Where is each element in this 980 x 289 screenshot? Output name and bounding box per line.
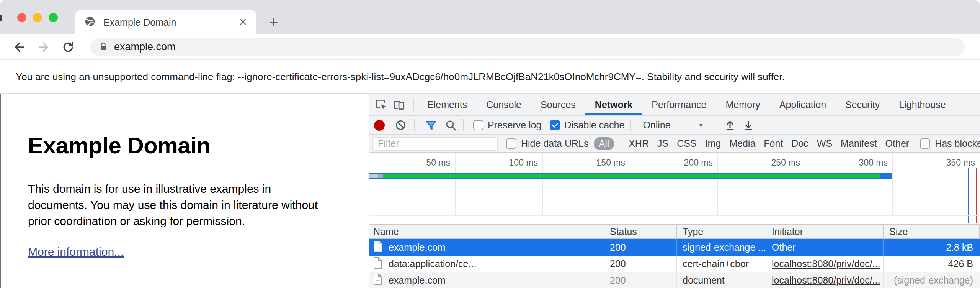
url-text[interactable]: example.com — [114, 41, 176, 53]
network-filter-row: Hide data URLs All XHR JS CSS Img Media … — [369, 135, 980, 153]
network-overview-timeline[interactable]: 50 ms 100 ms 150 ms 200 ms 250 ms 300 ms… — [369, 153, 980, 224]
browser-tab[interactable]: Example Domain ✕ — [75, 10, 256, 34]
close-tab-icon[interactable]: ✕ — [238, 17, 247, 28]
hide-data-urls-checkbox[interactable] — [506, 138, 516, 149]
filter-type-img[interactable]: Img — [705, 138, 721, 149]
lock-icon[interactable] — [98, 41, 109, 53]
column-header-name[interactable]: Name — [369, 225, 604, 238]
close-window-button[interactable] — [17, 13, 26, 22]
filter-type-media[interactable]: Media — [729, 138, 755, 149]
has-blocked-cookies-label[interactable]: Has blocked cookies — [935, 138, 980, 149]
table-row[interactable]: data:application/ce... 200 cert-chain+cb… — [369, 256, 980, 272]
tab-application[interactable]: Application — [770, 94, 836, 115]
page-paragraph: This domain is for use in illustrative e… — [28, 181, 319, 229]
filter-type-manifest[interactable]: Manifest — [841, 138, 877, 149]
requests-table-header: Name Status Type Initiator Size — [369, 224, 980, 239]
has-blocked-cookies-checkbox[interactable] — [920, 138, 930, 149]
filter-type-xhr[interactable]: XHR — [629, 138, 649, 149]
request-initiator: Other — [766, 239, 884, 256]
timeline-gridline — [892, 153, 893, 216]
timeline-gridline — [630, 153, 630, 216]
filter-funnel-icon[interactable] — [425, 119, 437, 131]
timeline-tick-label: 250 ms — [724, 158, 800, 168]
timeline-tick-label: 100 ms — [461, 158, 538, 168]
reload-icon[interactable] — [60, 39, 76, 55]
tab-title: Example Domain — [103, 17, 234, 28]
tab-performance[interactable]: Performance — [642, 94, 716, 115]
request-size: 2.8 kB — [884, 239, 980, 256]
network-toolbar: Preserve log Disable cache Online ▼ — [369, 116, 980, 135]
document-icon — [372, 240, 382, 255]
disable-cache-label[interactable]: Disable cache — [564, 120, 624, 131]
document-text-icon — [372, 273, 382, 288]
timeline-gridline — [542, 153, 543, 216]
toolbar-separator — [463, 119, 464, 131]
toolbar-separator — [414, 119, 415, 131]
export-har-icon[interactable] — [742, 119, 755, 131]
request-type: cert-chain+cbor — [677, 256, 766, 272]
preserve-log-label[interactable]: Preserve log — [488, 120, 541, 131]
timeline-tick-label: 150 ms — [549, 158, 625, 168]
traffic-lights — [17, 13, 58, 22]
filter-all-pill[interactable]: All — [594, 137, 614, 150]
filter-type-ws[interactable]: WS — [817, 138, 832, 149]
window-edge-artifact — [0, 15, 2, 21]
request-type: document — [677, 272, 766, 288]
column-header-initiator[interactable]: Initiator — [766, 225, 884, 238]
filter-type-doc[interactable]: Doc — [791, 138, 808, 149]
table-row[interactable]: example.com 200 document localhost:8080/… — [369, 272, 980, 288]
tab-memory[interactable]: Memory — [716, 94, 769, 115]
favicon-globe-icon — [84, 16, 96, 29]
initiator-link[interactable]: localhost:8080/priv/doc/... — [772, 275, 880, 286]
timeline-tick-label: 350 ms — [898, 158, 975, 168]
minimize-window-button[interactable] — [33, 13, 42, 22]
column-header-size[interactable]: Size — [884, 225, 980, 238]
new-tab-button[interactable]: + — [265, 14, 282, 31]
column-header-status[interactable]: Status — [604, 225, 677, 238]
request-size: 426 B — [884, 256, 980, 272]
toggle-device-toolbar-icon[interactable] — [392, 97, 406, 112]
column-header-type[interactable]: Type — [677, 225, 766, 238]
disable-cache-checkbox[interactable] — [550, 120, 560, 130]
request-status: 200 — [604, 239, 677, 256]
timeline-tick-label: 50 ms — [374, 158, 450, 168]
preserve-log-checkbox[interactable] — [473, 120, 483, 130]
address-bar[interactable]: example.com — [90, 38, 965, 56]
forward-icon[interactable] — [36, 39, 51, 55]
inspect-element-icon[interactable] — [374, 97, 389, 112]
import-har-icon[interactable] — [724, 119, 736, 131]
throttling-caret-icon[interactable]: ▼ — [698, 122, 704, 128]
fullscreen-window-button[interactable] — [49, 13, 58, 22]
tab-sources[interactable]: Sources — [531, 94, 585, 115]
table-row[interactable]: example.com 200 signed-exchange ... Othe… — [369, 239, 980, 256]
toolbar-separator — [413, 99, 414, 111]
filter-input[interactable] — [372, 137, 498, 151]
browser-window: Example Domain ✕ + example.com You are u… — [0, 0, 980, 289]
tab-elements[interactable]: Elements — [418, 94, 477, 115]
tab-lighthouse[interactable]: Lighthouse — [889, 94, 955, 115]
tab-security[interactable]: Security — [836, 94, 889, 115]
hide-data-urls-label[interactable]: Hide data URLs — [521, 138, 588, 149]
document-icon — [372, 257, 382, 271]
clear-network-log-icon[interactable] — [395, 119, 407, 131]
tab-network[interactable]: Network — [585, 94, 642, 115]
timeline-gridline — [805, 153, 805, 216]
navigation-bar: example.com — [0, 34, 980, 59]
back-icon[interactable] — [11, 39, 27, 55]
record-network-log-button[interactable] — [374, 120, 385, 131]
filter-type-other[interactable]: Other — [885, 138, 910, 149]
filter-type-font[interactable]: Font — [764, 138, 783, 149]
throttling-select-value[interactable]: Online — [643, 120, 670, 131]
flag-warning-text: You are using an unsupported command-lin… — [16, 71, 785, 83]
search-icon[interactable] — [445, 119, 457, 131]
request-size: (signed-exchange) — [884, 272, 980, 288]
request-status: 200 — [604, 272, 677, 288]
overview-request-bar[interactable] — [369, 173, 892, 179]
request-name: data:application/ce... — [389, 258, 476, 269]
filter-type-css[interactable]: CSS — [677, 138, 696, 149]
tab-console[interactable]: Console — [477, 94, 531, 115]
more-information-link[interactable]: More information... — [28, 245, 124, 258]
filter-type-js[interactable]: JS — [657, 138, 668, 149]
timeline-tick-label: 300 ms — [811, 158, 888, 168]
initiator-link[interactable]: localhost:8080/priv/doc/... — [772, 258, 880, 269]
